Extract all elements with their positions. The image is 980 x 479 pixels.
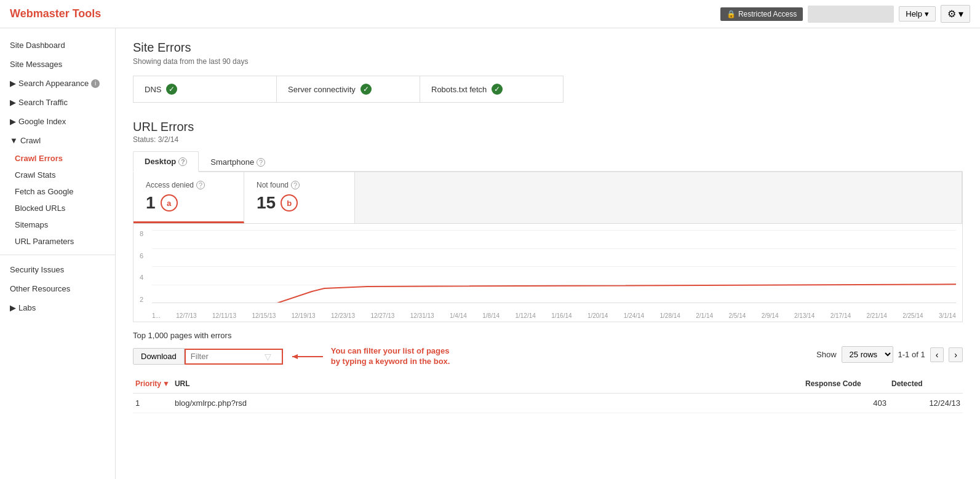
x-label: 1/24/14 [624, 312, 644, 319]
arrow-left-icon [289, 350, 326, 363]
help-icon[interactable]: ? [196, 181, 205, 189]
not-found-count: 15 b [257, 193, 342, 213]
chart-xaxis: 1... 12/7/13 12/11/13 12/15/13 12/19/13 … [152, 312, 956, 319]
circle-a-icon: a [161, 194, 178, 212]
server-check-icon: ✓ [361, 84, 372, 95]
y-label: 2 [140, 296, 152, 303]
x-label: 12/15/13 [252, 312, 276, 319]
x-label: 1/4/14 [450, 312, 467, 319]
empty-error-box [355, 172, 962, 223]
top-pages-label: Top 1,000 pages with errors [133, 331, 963, 340]
svg-marker-1 [292, 354, 298, 359]
access-denied-label: Access denied ? [146, 181, 231, 189]
dns-status: DNS ✓ [133, 76, 277, 102]
gear-icon: ⚙ [947, 8, 956, 20]
th-response-code[interactable]: Response Code [803, 374, 889, 394]
sidebar-item-label: Google Index [18, 117, 66, 126]
sidebar-item-labs[interactable]: ▶ Labs [0, 298, 115, 317]
x-label: 2/25/14 [902, 312, 923, 319]
sidebar-item-fetch-as-google[interactable]: Fetch as Google [0, 183, 115, 200]
sidebar-item-crawl-stats[interactable]: Crawl Stats [0, 167, 115, 183]
sidebar-item-url-parameters[interactable]: URL Parameters [0, 233, 115, 250]
sidebar-item-site-dashboard[interactable]: Site Dashboard [0, 36, 115, 55]
sidebar-item-label: Site Messages [10, 60, 62, 69]
sidebar-item-search-appearance[interactable]: ▶ Search Appearance i [0, 74, 115, 93]
sidebar-item-label: Crawl Errors [15, 154, 63, 163]
arrow-down-icon: ▼ [10, 136, 18, 145]
sidebar-item-label: Fetch as Google [15, 187, 73, 196]
sidebar-item-google-index[interactable]: ▶ Google Index [0, 112, 115, 131]
y-label: 6 [140, 252, 152, 259]
sidebar-item-label: Blocked URLs [15, 204, 65, 213]
errors-table: Priority ▼ URL Response Code Detected [133, 374, 963, 413]
x-label: 12/23/13 [331, 312, 355, 319]
th-priority[interactable]: Priority ▼ [133, 374, 172, 394]
chevron-down-icon: ▾ [925, 9, 929, 18]
url-errors-tabs: Desktop ? Smartphone ? [133, 151, 963, 172]
tab-desktop[interactable]: Desktop ? [133, 151, 199, 172]
chevron-down-icon: ▾ [958, 8, 963, 20]
sidebar-item-label: Security Issues [10, 265, 64, 274]
x-label: 2/17/14 [831, 312, 851, 319]
filter-input-wrap: ▽ [185, 349, 283, 365]
sidebar-item-label: Sitemaps [15, 220, 48, 229]
sidebar-item-blocked-urls[interactable]: Blocked URLs [0, 200, 115, 216]
sidebar-item-label: Search Traffic [18, 98, 68, 107]
th-priority-label: Priority [135, 379, 161, 388]
x-label: 12/27/13 [370, 312, 394, 319]
help-button[interactable]: Help ▾ [899, 6, 936, 22]
x-label: 12/19/13 [292, 312, 316, 319]
sidebar-item-crawl[interactable]: ▼ Crawl [0, 131, 115, 150]
help-icon[interactable]: ? [178, 157, 187, 166]
robots-check-icon: ✓ [492, 84, 503, 95]
access-denied-box[interactable]: Access denied ? 1 a [133, 172, 244, 223]
filter-input[interactable] [191, 352, 265, 361]
sidebar-item-security-issues[interactable]: Security Issues [0, 260, 115, 279]
rows-select[interactable]: 25 rows [842, 346, 893, 363]
dns-label: DNS [145, 85, 161, 94]
site-errors-grid: DNS ✓ Server connectivity ✓ Robots.txt f… [133, 76, 564, 103]
settings-button[interactable]: ⚙ ▾ [941, 5, 970, 23]
lock-icon: 🔒 [727, 10, 736, 18]
error-type-boxes: Access denied ? 1 a Not found ? 15 b [133, 172, 963, 224]
site-errors-title: Site Errors [133, 41, 963, 55]
not-found-label: Not found ? [257, 181, 342, 189]
account-selector[interactable] [808, 6, 894, 23]
sidebar-item-site-messages[interactable]: Site Messages [0, 55, 115, 74]
sidebar-item-crawl-errors[interactable]: Crawl Errors [0, 150, 115, 167]
cell-url[interactable]: blog/xmlrpc.php?rsd [172, 393, 803, 413]
tab-smartphone[interactable]: Smartphone ? [199, 151, 277, 172]
sidebar-item-sitemaps[interactable]: Sitemaps [0, 216, 115, 233]
y-label: 8 [140, 230, 152, 237]
server-connectivity-status: Server connectivity ✓ [277, 76, 420, 102]
download-button[interactable]: Download [133, 348, 185, 365]
info-icon[interactable]: i [91, 79, 100, 88]
bottom-section: Top 1,000 pages with errors Download ▽ [133, 322, 963, 422]
restricted-label: Restricted Access [738, 10, 797, 18]
help-icon[interactable]: ? [291, 181, 300, 189]
chart-yaxis: 8 6 4 2 [140, 230, 152, 303]
x-label: 3/1/14 [939, 312, 956, 319]
not-found-box[interactable]: Not found ? 15 b [244, 172, 355, 223]
sidebar-item-label: Labs [18, 303, 36, 312]
sidebar-item-label: Crawl Stats [15, 170, 55, 180]
help-icon[interactable]: ? [257, 158, 265, 167]
sort-down-icon: ▼ [162, 379, 170, 388]
sidebar-item-search-traffic[interactable]: ▶ Search Traffic [0, 93, 115, 112]
x-label: 2/21/14 [866, 312, 886, 319]
th-url[interactable]: URL [172, 374, 803, 394]
sidebar-item-other-resources[interactable]: Other Resources [0, 279, 115, 298]
url-errors-title: URL Errors [133, 120, 963, 134]
topbar-right: 🔒 Restricted Access Help ▾ ⚙ ▾ [720, 5, 970, 23]
prev-page-button[interactable]: ‹ [930, 347, 944, 362]
sidebar-item-label: Site Dashboard [10, 41, 65, 50]
x-label: 12/7/13 [176, 312, 196, 319]
x-label: 12/11/13 [212, 312, 236, 319]
server-connectivity-label: Server connectivity [288, 85, 356, 94]
next-page-button[interactable]: › [949, 347, 963, 362]
filter-annotation: You can filter your list of pages by typ… [289, 346, 454, 367]
th-detected[interactable]: Detected [889, 374, 963, 394]
circle-b-icon: b [281, 194, 298, 212]
filter-icon: ▽ [265, 352, 271, 362]
x-label: 1/8/14 [482, 312, 500, 319]
